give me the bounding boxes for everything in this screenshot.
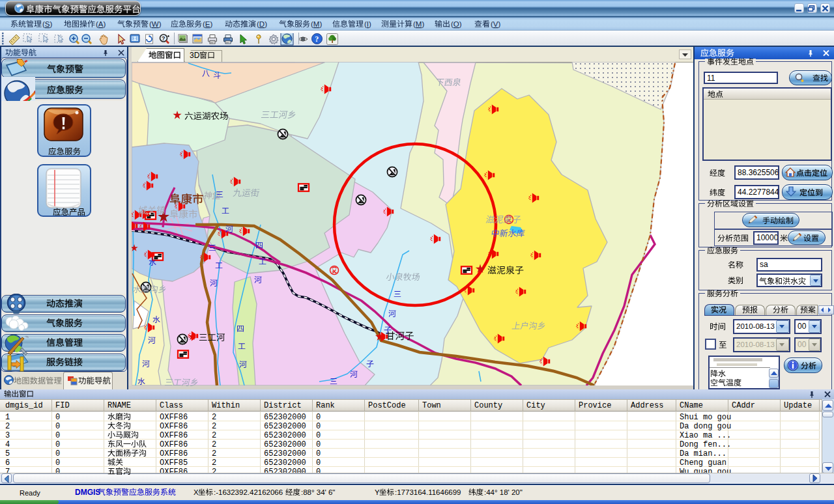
svg-text:?: ? bbox=[162, 35, 165, 42]
svg-text:?: ? bbox=[315, 35, 319, 44]
